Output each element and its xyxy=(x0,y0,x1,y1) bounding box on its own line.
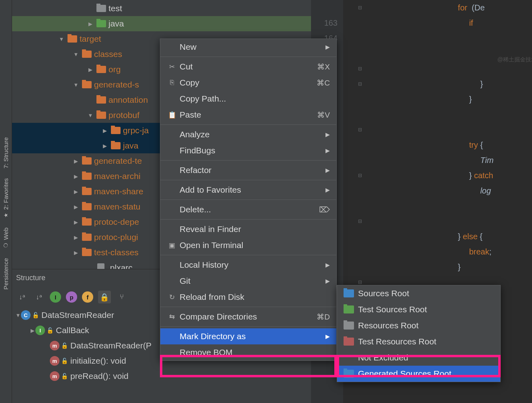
expand-arrow-icon[interactable]: ▼ xyxy=(59,36,64,42)
submenu-item[interactable]: Generated Sources Root xyxy=(337,366,500,382)
tree-row[interactable]: ▶test xyxy=(12,1,311,16)
menu-separator xyxy=(160,255,336,255)
fold-marker-icon[interactable] xyxy=(357,198,363,214)
expand-arrow-icon[interactable]: ▶ xyxy=(73,173,79,179)
menu-label: Analyze xyxy=(177,130,325,139)
member-type-icon: m xyxy=(50,356,59,366)
fold-marker-icon[interactable] xyxy=(357,46,363,61)
fold-marker-icon[interactable] xyxy=(357,259,363,275)
menu-item[interactable]: Refactor▶ xyxy=(160,162,336,178)
submenu-item[interactable]: Resources Root xyxy=(337,318,500,334)
rail-favorites[interactable]: ★2: Favorites xyxy=(1,173,11,223)
fold-marker-icon[interactable] xyxy=(357,381,363,397)
submenu-arrow-icon: ▶ xyxy=(325,278,330,284)
fold-marker-icon[interactable] xyxy=(357,244,363,259)
lock-button[interactable]: 🔒 xyxy=(98,291,111,303)
code-line: } catch xyxy=(375,168,532,183)
menu-label: Mark Directory as xyxy=(177,332,325,341)
expand-arrow-icon[interactable]: ▶ xyxy=(73,204,79,210)
submenu-item[interactable]: Test Resources Root xyxy=(337,334,500,350)
expand-arrow-icon[interactable]: ▼ xyxy=(73,82,79,88)
fold-marker-icon[interactable] xyxy=(357,229,363,244)
menu-item[interactable]: Mark Directory as▶ xyxy=(160,328,336,344)
expand-arrow-icon[interactable]: ▼ xyxy=(15,312,21,318)
fold-marker-icon[interactable]: ⊟ xyxy=(357,122,363,137)
code-line xyxy=(375,122,532,137)
sort-visibility-button[interactable]: ↓ᵃ xyxy=(33,291,45,303)
tree-label: protoc-depe xyxy=(94,217,139,227)
menu-item[interactable]: Delete...⌦ xyxy=(160,202,336,218)
expand-arrow-icon[interactable]: ▶ xyxy=(73,189,79,195)
expand-arrow-icon[interactable]: ▼ xyxy=(88,112,93,118)
menu-item[interactable]: New▶ xyxy=(160,39,336,55)
code-line xyxy=(375,107,532,122)
menu-label: Reveal in Finder xyxy=(177,224,330,234)
fold-marker-icon[interactable]: ⊟ xyxy=(357,168,363,183)
filter-property-button[interactable]: p xyxy=(66,291,77,303)
expand-arrow-icon[interactable]: ▶ xyxy=(88,67,93,73)
expand-arrow-icon[interactable]: ▶ xyxy=(102,143,108,149)
fold-marker-icon[interactable]: ⊟ xyxy=(357,61,363,76)
menu-label: Copy Path... xyxy=(177,94,330,104)
submenu-label: Sources Root xyxy=(358,289,409,298)
line-number xyxy=(311,381,338,397)
rail-structure[interactable]: 7: Structure xyxy=(1,132,11,173)
fold-marker-icon[interactable] xyxy=(357,107,363,122)
menu-icon: ⇆ xyxy=(167,313,177,321)
fold-marker-icon[interactable] xyxy=(357,31,363,46)
menu-shortcut: ⌘X xyxy=(317,62,330,71)
fold-marker-icon[interactable] xyxy=(357,183,363,198)
fold-marker-icon[interactable] xyxy=(357,92,363,107)
sort-alpha-button[interactable]: ↓ᵃ xyxy=(16,291,28,303)
menu-item[interactable]: ▣Open in Terminal xyxy=(160,237,336,253)
expand-arrow-icon[interactable]: ▼ xyxy=(73,51,79,57)
menu-item[interactable]: Analyze▶ xyxy=(160,126,336,142)
expand-button[interactable]: ⑂ xyxy=(116,291,128,303)
menu-item[interactable]: ⎘Copy⌘C xyxy=(160,75,336,91)
menu-label: Delete... xyxy=(177,205,319,214)
folder-icon xyxy=(82,157,92,165)
tree-row[interactable]: ▶java xyxy=(12,16,311,31)
rail-web[interactable]: ❍Web xyxy=(1,223,11,253)
expand-arrow-icon[interactable]: ▶ xyxy=(73,234,79,240)
menu-separator xyxy=(160,326,336,327)
folder-icon xyxy=(96,66,106,73)
menu-item[interactable]: Git▶ xyxy=(160,273,336,289)
menu-item[interactable]: Copy Path... xyxy=(160,91,336,107)
folder-icon xyxy=(82,234,92,241)
filter-field-button[interactable]: f xyxy=(82,291,93,303)
visibility-icon: 🔓 xyxy=(32,312,39,318)
menu-shortcut: ⌘C xyxy=(317,78,330,88)
fold-marker-icon[interactable] xyxy=(357,153,363,168)
folder-icon xyxy=(82,188,92,195)
rail-persistence[interactable]: Persistence xyxy=(1,253,11,294)
structure-row[interactable]: ▶m🔓preRead(): void xyxy=(12,368,311,384)
expand-arrow-icon[interactable]: ▶ xyxy=(73,250,79,256)
expand-arrow-icon[interactable]: ▶ xyxy=(102,128,108,134)
menu-icon: ↻ xyxy=(167,293,177,301)
filter-interface-button[interactable]: I xyxy=(50,291,61,303)
code-line: } else { xyxy=(375,229,532,244)
submenu-item[interactable]: Not Excluded xyxy=(337,350,500,366)
code-line: for (De xyxy=(375,0,532,15)
submenu-item[interactable]: Test Sources Root xyxy=(337,301,500,318)
menu-item[interactable]: FindBugs▶ xyxy=(160,142,336,159)
fold-marker-icon[interactable] xyxy=(357,137,363,153)
fold-marker-icon[interactable] xyxy=(357,15,363,31)
menu-item[interactable]: ⇆Compare Directories⌘D xyxy=(160,309,336,325)
menu-item[interactable]: ✂Cut⌘X xyxy=(160,59,336,75)
menu-item[interactable]: Local History▶ xyxy=(160,257,336,273)
expand-arrow-icon[interactable]: ▶ xyxy=(88,21,93,27)
fold-marker-icon[interactable]: ⊟ xyxy=(357,0,363,15)
menu-item[interactable]: Remove BOM xyxy=(160,344,336,360)
expand-arrow-icon[interactable]: ▶ xyxy=(73,219,79,225)
fold-marker-icon[interactable]: ⊟ xyxy=(357,76,363,92)
fold-marker-icon[interactable]: ⊟ xyxy=(357,214,363,229)
expand-arrow-icon[interactable]: ▶ xyxy=(30,328,35,334)
menu-item[interactable]: Add to Favorites▶ xyxy=(160,182,336,198)
expand-arrow-icon[interactable]: ▶ xyxy=(73,158,79,164)
menu-item[interactable]: 📋Paste⌘V xyxy=(160,107,336,123)
submenu-item[interactable]: Sources Root xyxy=(337,285,500,301)
menu-item[interactable]: Reveal in Finder xyxy=(160,221,336,237)
menu-item[interactable]: ↻Reload from Disk xyxy=(160,289,336,305)
